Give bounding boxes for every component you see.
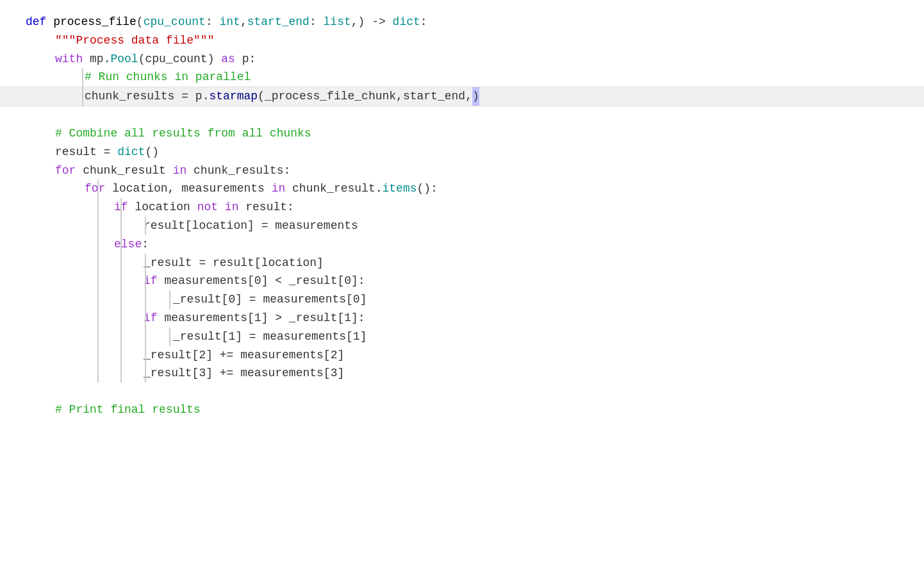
code-token: as [221, 50, 235, 69]
code-line: _result[0] = measurements[0] [0, 290, 924, 309]
code-token: list [324, 13, 351, 31]
code-token: _result[2] += measurements[2] [144, 346, 344, 365]
code-line: chunk_results = p.starmap(_process_file_… [0, 87, 924, 106]
code-token: with [55, 50, 83, 69]
code-token [218, 198, 225, 217]
code-line: # Print final results [0, 401, 924, 419]
code-token: measurements[1] > _result[1]: [158, 309, 365, 328]
indent-guide-bar [145, 217, 146, 235]
code-token: _process_file_chunk,start_end, [265, 87, 472, 106]
code-token: Pool [110, 50, 138, 69]
code-line: if measurements[1] > _result[1]: [0, 309, 924, 328]
code-token: (cpu_count) [138, 50, 222, 69]
indent-guide-bar [145, 290, 146, 309]
code-token: chunk_result. [285, 179, 382, 198]
indent-guide-bar [120, 235, 122, 254]
code-line: result = dict() [0, 143, 924, 162]
code-token: else [114, 235, 142, 254]
code-token: p: [235, 50, 256, 69]
indent-guide-bar [120, 272, 122, 290]
indent-guide-bar [97, 346, 99, 365]
code-line: else: [0, 235, 924, 254]
code-token: cpu_count [144, 13, 206, 31]
code-token: items [383, 179, 417, 198]
code-line [0, 383, 924, 401]
indent-guide-bar [145, 309, 146, 328]
code-token: ,) [351, 13, 372, 31]
indent-guide-bar [145, 272, 146, 290]
code-token: for [85, 179, 105, 198]
code-token: int [219, 13, 240, 31]
indent-guide-bar [145, 346, 146, 365]
code-token: (): [417, 179, 438, 198]
code-token: start_end [247, 13, 309, 31]
code-token: process_file [53, 13, 136, 31]
indent-guide-bar [82, 68, 83, 87]
code-token: result = [55, 143, 117, 162]
code-token: measurements[0] < _result[0]: [158, 272, 365, 290]
code-token: location [128, 198, 197, 217]
code-token: # Combine all results from all chunks [55, 124, 311, 143]
indent-guide-bar [120, 217, 122, 235]
code-token: result: [238, 198, 293, 217]
indent-guide-bar [97, 364, 99, 383]
code-token: _result[3] += measurements[3] [144, 364, 344, 383]
indent-guide-bar [120, 309, 122, 328]
code-token: in [173, 162, 187, 180]
code-line: _result = result[location] [0, 254, 924, 272]
code-token: , [240, 13, 247, 31]
code-token: ( [258, 87, 265, 106]
code-token: """Process data file""" [55, 31, 214, 50]
indent-guide-bar [120, 346, 122, 365]
code-token: dict [393, 13, 420, 31]
code-line: for chunk_result in chunk_results: [0, 162, 924, 180]
code-token: ) [472, 87, 479, 106]
code-token: -> [372, 13, 386, 31]
code-token: : [420, 13, 427, 31]
code-token [83, 50, 90, 69]
code-line [0, 106, 924, 124]
indent-guide-bar [120, 364, 122, 383]
code-line: _result[3] += measurements[3] [0, 364, 924, 383]
code-line: # Run chunks in parallel [0, 68, 924, 87]
code-token: : [309, 13, 324, 31]
code-token: dict [117, 143, 145, 162]
code-token [46, 13, 53, 31]
code-token: chunk_results: [186, 162, 290, 180]
indent-guide-bar [120, 254, 122, 272]
code-line: """Process data file""" [0, 31, 924, 50]
indent-guide-bar [97, 309, 99, 328]
code-token: _result[0] = measurements[0] [173, 290, 367, 309]
code-token: : [142, 235, 149, 254]
code-token: ( [136, 13, 144, 31]
code-token: # Run chunks in parallel [85, 68, 251, 87]
code-token: chunk_results = p. [85, 87, 209, 106]
indent-guide-bar [120, 198, 122, 217]
code-token: : [206, 13, 220, 31]
code-token: chunk_result [76, 162, 172, 180]
code-line: with mp.Pool(cpu_count) as p: [0, 50, 924, 69]
code-token: mp. [90, 50, 110, 69]
code-token: in [272, 179, 286, 198]
indent-guide-bar [97, 254, 99, 272]
indent-guide-bar [82, 87, 83, 106]
code-token: # Print final results [55, 401, 201, 419]
code-token: result[location] = measurements [144, 217, 358, 235]
code-token: def [26, 13, 46, 31]
code-line: def process_file(cpu_count: int,start_en… [0, 13, 924, 31]
indent-guide-bar [97, 217, 99, 235]
code-token: in [225, 198, 239, 217]
code-line: # Combine all results from all chunks [0, 124, 924, 143]
indent-guide-bar [145, 254, 146, 272]
code-editor: def process_file(cpu_count: int,start_en… [0, 0, 924, 573]
indent-guide-bar [145, 364, 146, 383]
code-line: for location, measurements in chunk_resu… [0, 179, 924, 198]
code-token: () [145, 143, 159, 162]
code-line: _result[1] = measurements[1] [0, 328, 924, 346]
code-token [386, 13, 393, 31]
indent-guide-bar [97, 235, 99, 254]
code-line: if location not in result: [0, 198, 924, 217]
indent-guide-bar [97, 179, 99, 198]
indent-guide-bar [97, 272, 99, 290]
code-token: _result = result[location] [144, 254, 324, 272]
